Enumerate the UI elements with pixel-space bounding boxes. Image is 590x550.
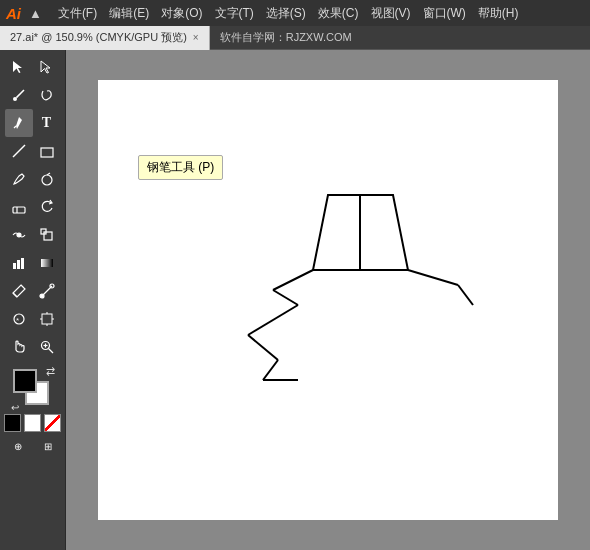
- eyedropper-tool[interactable]: [5, 277, 33, 305]
- svg-line-30: [273, 270, 313, 290]
- svg-line-14: [13, 293, 17, 297]
- reset-color-icon[interactable]: ↩: [11, 402, 19, 413]
- svg-rect-12: [21, 258, 24, 269]
- shape-tool[interactable]: [33, 137, 61, 165]
- drawing-svg: [98, 80, 558, 520]
- fill-color-box[interactable]: [13, 369, 37, 393]
- rotate-tool[interactable]: [33, 193, 61, 221]
- svg-rect-10: [13, 263, 16, 269]
- eraser-tool[interactable]: [5, 193, 33, 221]
- svg-line-33: [248, 335, 278, 360]
- symbol-tool[interactable]: *: [5, 305, 33, 333]
- tab-label: 27.ai* @ 150.9% (CMYK/GPU 预览): [10, 30, 187, 45]
- tool-row-8: [0, 249, 65, 277]
- svg-point-4: [42, 175, 52, 185]
- graph-tool[interactable]: [5, 249, 33, 277]
- color-mode-row: [4, 414, 61, 432]
- svg-line-32: [248, 305, 298, 335]
- blend-tool[interactable]: [33, 277, 61, 305]
- gradient-tool[interactable]: [33, 249, 61, 277]
- hand-tool[interactable]: [5, 333, 33, 361]
- canvas-area: 钢笔工具 (P): [66, 50, 590, 550]
- tool-row-6: [0, 193, 65, 221]
- tool-row-4: [0, 137, 65, 165]
- menu-edit[interactable]: 编辑(E): [103, 3, 155, 24]
- color-area: ↩ ⇄ ⊕ ⊞: [0, 365, 65, 458]
- blob-brush-tool[interactable]: [33, 165, 61, 193]
- tool-row-2: [0, 81, 65, 109]
- fill-stroke-selector: ↩ ⇄: [11, 367, 55, 411]
- svg-point-7: [17, 233, 21, 237]
- svg-text:*: *: [16, 316, 19, 325]
- tab-bar: 27.ai* @ 150.9% (CMYK/GPU 预览) × 软件自学网：RJ…: [0, 26, 590, 50]
- svg-line-37: [458, 285, 473, 305]
- artboard[interactable]: [98, 80, 558, 520]
- svg-rect-19: [42, 314, 52, 324]
- magic-wand-tool[interactable]: [5, 81, 33, 109]
- app-logo: Ai: [6, 5, 21, 22]
- svg-rect-13: [41, 259, 53, 267]
- tool-row-11: [0, 333, 65, 361]
- svg-line-1: [16, 90, 24, 98]
- title-bar: Ai ▲ 文件(F) 编辑(E) 对象(O) 文字(T) 选择(S) 效果(C)…: [0, 0, 590, 26]
- menu-object[interactable]: 对象(O): [155, 3, 208, 24]
- paintbrush-tool[interactable]: [5, 165, 33, 193]
- svg-rect-3: [41, 148, 53, 157]
- main-area: T: [0, 50, 590, 550]
- tool-buttons: T: [0, 50, 65, 361]
- menu-view[interactable]: 视图(V): [365, 3, 417, 24]
- line-tool[interactable]: [5, 137, 33, 165]
- tool-row-1: [0, 53, 65, 81]
- menu-help[interactable]: 帮助(H): [472, 3, 525, 24]
- scale-tool[interactable]: [33, 221, 61, 249]
- toolbar: T: [0, 50, 66, 550]
- swap-color-icon[interactable]: ⇄: [46, 365, 55, 378]
- svg-line-2: [13, 145, 25, 157]
- select-tool[interactable]: [5, 53, 33, 81]
- artboard-tool[interactable]: [33, 305, 61, 333]
- svg-point-15: [40, 294, 44, 298]
- direct-select-tool[interactable]: [33, 53, 61, 81]
- menu-window[interactable]: 窗口(W): [417, 3, 472, 24]
- menu-effect[interactable]: 效果(C): [312, 3, 365, 24]
- svg-line-31: [273, 290, 298, 305]
- menu-file[interactable]: 文件(F): [52, 3, 103, 24]
- active-tab[interactable]: 27.ai* @ 150.9% (CMYK/GPU 预览) ×: [0, 26, 210, 50]
- white-fill-box[interactable]: [24, 414, 41, 432]
- menu-bar: 文件(F) 编辑(E) 对象(O) 文字(T) 选择(S) 效果(C) 视图(V…: [52, 3, 525, 24]
- tool-row-7: [0, 221, 65, 249]
- svg-line-25: [48, 349, 53, 354]
- screen-mode-btn[interactable]: ⊞: [36, 436, 60, 456]
- view-mode-row: ⊕ ⊞: [4, 436, 61, 456]
- tool-row-10: *: [0, 305, 65, 333]
- tab-extra-label: 软件自学网：RJZXW.COM: [210, 30, 362, 45]
- svg-rect-5: [13, 207, 25, 213]
- svg-rect-11: [17, 260, 20, 269]
- warp-tool[interactable]: [5, 221, 33, 249]
- tool-row-9: [0, 277, 65, 305]
- pen-tool-tooltip: 钢笔工具 (P): [138, 155, 223, 180]
- zoom-tool[interactable]: [33, 333, 61, 361]
- svg-line-36: [408, 270, 458, 285]
- app-logo-icon: ▲: [29, 6, 42, 21]
- tool-row-3: T: [0, 109, 65, 137]
- type-tool[interactable]: T: [33, 109, 61, 137]
- pen-tool[interactable]: [5, 109, 33, 137]
- svg-rect-8: [44, 232, 52, 240]
- gradient-fill-box[interactable]: [44, 414, 61, 432]
- menu-text[interactable]: 文字(T): [209, 3, 260, 24]
- svg-line-34: [263, 360, 278, 380]
- view-toggle-btn[interactable]: ⊕: [6, 436, 30, 456]
- none-fill-box[interactable]: [4, 414, 21, 432]
- tab-close-button[interactable]: ×: [193, 32, 199, 43]
- tool-row-5: [0, 165, 65, 193]
- lasso-tool[interactable]: [33, 81, 61, 109]
- menu-select[interactable]: 选择(S): [260, 3, 312, 24]
